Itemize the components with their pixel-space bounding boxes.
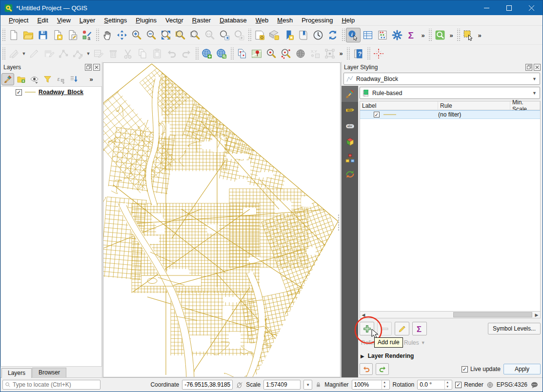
show-statistics-button[interactable]: Σ bbox=[404, 28, 419, 42]
menu-project[interactable]: Project bbox=[4, 16, 33, 25]
locator-box[interactable] bbox=[2, 380, 101, 390]
toolbar-overflow[interactable]: » bbox=[476, 32, 483, 39]
layers-toolbar-overflow[interactable]: » bbox=[87, 76, 95, 83]
remove-rule-button[interactable] bbox=[377, 322, 392, 335]
delete-selected-button[interactable] bbox=[106, 46, 121, 61]
close-button[interactable] bbox=[520, 0, 543, 15]
zoom-out-button[interactable] bbox=[144, 28, 159, 42]
modify-attributes-button[interactable] bbox=[91, 46, 106, 61]
identify-features-button[interactable]: i bbox=[346, 28, 361, 42]
toolbar-grip[interactable] bbox=[247, 29, 251, 41]
zoom-to-points-button[interactable] bbox=[279, 46, 293, 61]
zoom-full-button[interactable] bbox=[159, 28, 173, 42]
zoom-to-selection-button[interactable] bbox=[173, 28, 188, 42]
toolbar-grip[interactable] bbox=[1, 47, 5, 60]
dock-tab-layers[interactable]: Layers bbox=[1, 368, 32, 378]
splitter-grip[interactable] bbox=[338, 214, 340, 231]
manage-map-themes-button[interactable] bbox=[28, 73, 40, 85]
toolbar-overflow[interactable]: » bbox=[337, 50, 345, 57]
xy-tool-button[interactable]: X,Y bbox=[308, 46, 322, 61]
temporal-controller-button[interactable] bbox=[311, 28, 325, 42]
menu-mesh[interactable]: Mesh bbox=[273, 16, 297, 25]
layer-item-roadway-block[interactable]: ✓ Roadway_Block bbox=[1, 87, 101, 98]
toolbar-grip[interactable] bbox=[230, 47, 234, 60]
layer-visibility-checkbox[interactable]: ✓ bbox=[16, 89, 22, 96]
menu-plugins[interactable]: Plugins bbox=[131, 16, 161, 25]
zoom-last-button[interactable] bbox=[217, 28, 232, 42]
redo-button[interactable] bbox=[179, 46, 194, 61]
open-project-button[interactable] bbox=[21, 28, 36, 42]
layer-selector-combo[interactable]: Roadway_Block ▼ bbox=[343, 73, 540, 85]
toolbar-grip[interactable] bbox=[341, 29, 345, 41]
rules-column-label[interactable]: Label bbox=[360, 101, 438, 110]
statistical-summary-button[interactable] bbox=[375, 28, 390, 42]
rule-checkbox[interactable]: ✓ bbox=[374, 112, 380, 118]
processing-toolbox-button[interactable] bbox=[390, 28, 404, 42]
menu-web[interactable]: Web bbox=[251, 16, 273, 25]
open-layer-styling-button[interactable] bbox=[1, 73, 14, 85]
plugin-search-button[interactable] bbox=[433, 28, 447, 42]
current-edits-button[interactable] bbox=[6, 46, 21, 61]
menu-edit[interactable]: Edit bbox=[33, 16, 52, 25]
toolbar-grip[interactable] bbox=[95, 29, 99, 41]
edit-rule-button[interactable] bbox=[395, 322, 409, 335]
styling-tab-view-3d[interactable] bbox=[342, 134, 358, 150]
pan-to-selection-button[interactable] bbox=[115, 28, 129, 42]
renderer-combo[interactable]: Rule-based ▼ bbox=[360, 87, 540, 99]
symbol-levels-button[interactable]: Symbol Levels... bbox=[488, 323, 541, 334]
zoom-to-point-button[interactable] bbox=[264, 46, 279, 61]
vertex-tool-button[interactable] bbox=[71, 46, 85, 61]
scale-combo[interactable]: 1:57409 bbox=[263, 380, 301, 390]
expand-collapse-button[interactable] bbox=[67, 73, 80, 85]
rule-row[interactable]: ✓ (no filter) bbox=[360, 110, 540, 119]
add-group-button[interactable] bbox=[15, 73, 27, 85]
gps-map-pin-button[interactable] bbox=[249, 46, 264, 61]
map-canvas[interactable] bbox=[103, 62, 341, 377]
crs-value[interactable]: EPSG:4326 bbox=[497, 381, 527, 388]
coordinate-input[interactable] bbox=[184, 381, 230, 388]
zoom-to-layer-button[interactable] bbox=[188, 28, 202, 42]
filter-by-expression-button[interactable]: ε bbox=[54, 73, 67, 85]
coordinate-box[interactable] bbox=[182, 380, 233, 390]
new-project-button[interactable] bbox=[6, 28, 21, 42]
layer-rendering-section[interactable]: ▶ Layer Rendering bbox=[361, 353, 541, 359]
snapping-crosshair-button[interactable] bbox=[371, 46, 386, 61]
float-panel-icon[interactable] bbox=[85, 64, 92, 71]
style-redo-button[interactable] bbox=[376, 363, 389, 375]
apply-button[interactable]: Apply bbox=[503, 364, 541, 374]
metasearch-new-button[interactable] bbox=[200, 46, 214, 61]
close-panel-icon[interactable] bbox=[93, 64, 100, 71]
dock-tab-browser[interactable]: Browser bbox=[32, 368, 66, 377]
rules-column-min-scale[interactable]: Min. Scale bbox=[510, 101, 540, 110]
toolbar-overflow[interactable]: » bbox=[419, 32, 427, 39]
refresh-button[interactable] bbox=[325, 28, 340, 42]
maximize-button[interactable] bbox=[498, 0, 520, 15]
save-project-button[interactable] bbox=[36, 28, 50, 42]
styling-tab-masks[interactable]: abc bbox=[342, 118, 358, 134]
help-contents-button[interactable]: ? bbox=[351, 46, 365, 61]
add-rule-button[interactable] bbox=[360, 322, 374, 335]
show-layout-manager-button[interactable] bbox=[65, 28, 80, 42]
toggle-editing-button[interactable] bbox=[27, 46, 41, 61]
undo-button[interactable] bbox=[164, 46, 179, 61]
live-update-checkbox[interactable]: ✓ Live update bbox=[462, 366, 501, 372]
gps-copy-points-button[interactable] bbox=[235, 46, 249, 61]
magnifier-spinbox[interactable]: ▲▼ bbox=[352, 380, 390, 390]
vertex-tool-dropdown[interactable]: ▼ bbox=[85, 46, 91, 61]
styling-tab-history[interactable] bbox=[342, 166, 358, 182]
styling-tab-diagrams[interactable] bbox=[342, 150, 358, 166]
menu-processing[interactable]: Processing bbox=[297, 16, 337, 25]
copy-features-button[interactable] bbox=[135, 46, 150, 61]
scroll-left-icon[interactable]: ◀ bbox=[360, 312, 367, 318]
extent-toggle-icon[interactable] bbox=[236, 381, 243, 389]
new-3d-map-view-button[interactable] bbox=[267, 28, 282, 42]
attribute-table-button[interactable] bbox=[361, 28, 375, 42]
filter-legend-button[interactable] bbox=[41, 73, 54, 85]
rules-column-rule[interactable]: Rule bbox=[438, 101, 510, 110]
new-spatial-bookmark-button[interactable] bbox=[282, 28, 296, 42]
toolbar-grip[interactable] bbox=[346, 47, 350, 60]
pan-map-button[interactable] bbox=[100, 28, 115, 42]
scroll-right-icon[interactable]: ▶ bbox=[533, 312, 540, 318]
cut-features-button[interactable] bbox=[121, 46, 135, 61]
toolbar-grip[interactable] bbox=[456, 29, 460, 41]
